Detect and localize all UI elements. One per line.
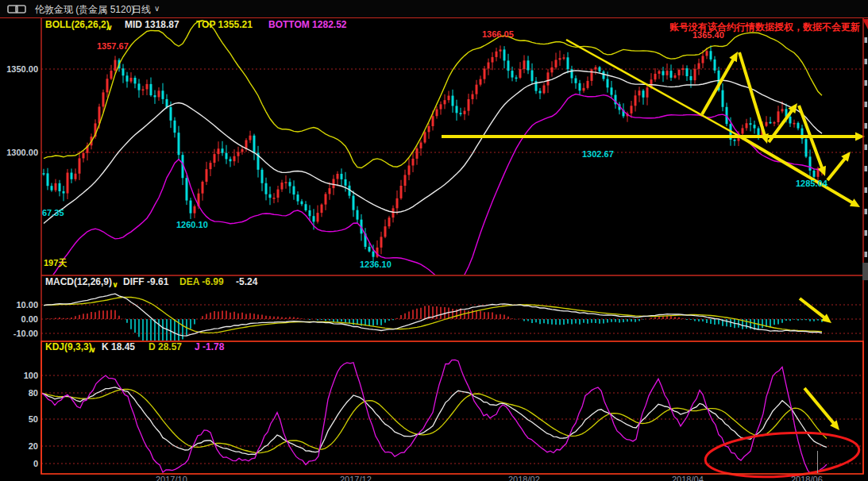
y-axis-label: 100 (0, 371, 38, 380)
date-label: 2017/10 (156, 475, 187, 481)
y-axis-label: 10.00 (0, 300, 38, 310)
price-label: 1365.40 (692, 30, 724, 40)
indicator-kdj-name[interactable]: KDJ(9,3,3) (45, 342, 92, 352)
y-axis-label: 20 (0, 441, 38, 451)
price-label: 1285.04 (796, 179, 827, 188)
boll-bottom-value: BOTTOM 1282.52 (268, 20, 346, 30)
y-axis-label: 0.00 (0, 314, 38, 324)
chevron-down-icon[interactable]: ∨ (90, 344, 96, 355)
chart-window: 伦敦金现 (贵金属 5120) 日线 ∨ 账号没有该合约行情数据授权，数据不会更… (0, 0, 868, 481)
indicator-boll-name[interactable]: BOLL(26,26,2) (45, 20, 110, 30)
y-axis-label: 0 (0, 459, 38, 468)
date-label: 2018/04 (672, 475, 704, 481)
price-label: 1260.10 (176, 220, 208, 229)
macd-bar-value: -5.24 (236, 277, 257, 287)
period-selector[interactable]: 日线 (132, 3, 151, 17)
kdj-j-value: J -1.78 (195, 342, 224, 352)
macd-diff-value: DIFF -9.61 (123, 277, 168, 287)
boll-top-value: TOP 1355.21 (196, 20, 253, 30)
boll-mid-value: MID 1318.87 (125, 20, 179, 30)
price-label: 67.35 (42, 208, 64, 217)
price-label: 1357.67 (97, 41, 129, 51)
y-axis-label: 1300.00 (0, 148, 38, 157)
y-axis-label: 1350.00 (0, 64, 38, 74)
date-label: 2018/02 (508, 475, 540, 481)
y-axis-label: -10.00 (0, 329, 38, 338)
chevron-down-icon[interactable]: ∨ (106, 22, 113, 33)
kdj-d-value: D 28.57 (149, 342, 182, 352)
date-label: 2017/12 (340, 475, 372, 481)
y-axis-label: 50 (0, 414, 38, 424)
price-label: 1302.67 (582, 149, 614, 159)
macd-dea-value: DEA -6.99 (179, 277, 224, 287)
price-label: 197天 (44, 258, 67, 267)
date-label: 2018/06 (791, 475, 823, 481)
kdj-k-value: K 18.45 (102, 342, 135, 352)
price-label: 1236.10 (360, 260, 392, 269)
chevron-down-icon[interactable]: ∨ (154, 4, 160, 13)
chevron-down-icon[interactable]: ∨ (112, 279, 118, 290)
chain-link-icon (7, 4, 31, 15)
chart-canvas[interactable] (0, 0, 868, 481)
symbol-title: 伦敦金现 (贵金属 5120) (35, 3, 134, 17)
y-axis-label: 80 (0, 388, 38, 398)
indicator-macd-name[interactable]: MACD(12,26,9) (45, 277, 112, 287)
title-bar: 伦敦金现 (贵金属 5120) 日线 ∨ (0, 0, 868, 17)
price-label: 1366.05 (482, 29, 514, 39)
